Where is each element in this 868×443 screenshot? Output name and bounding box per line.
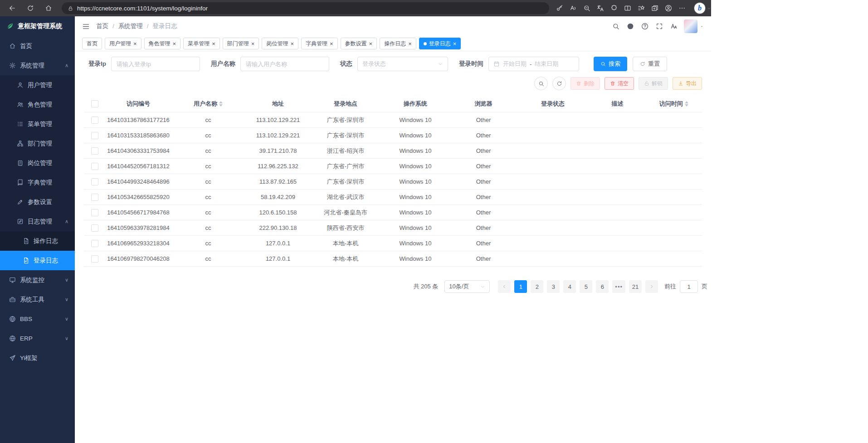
sidebar-item[interactable]: 用户管理: [0, 75, 75, 95]
column-header[interactable]: 访问编号: [106, 96, 171, 112]
sort-carets-icon[interactable]: [685, 101, 688, 107]
row-checkbox[interactable]: [91, 117, 98, 124]
address-bar[interactable]: https://ccnetcore.com:1101/system/log/lo…: [62, 2, 549, 14]
column-header[interactable]: 描述: [589, 96, 646, 112]
user-avatar[interactable]: [684, 19, 697, 33]
table-row[interactable]: 1641044520567181312 cc 112.96.225.132 广东…: [84, 159, 702, 174]
page-button[interactable]: •••: [612, 280, 625, 293]
login-ip-input[interactable]: [111, 57, 200, 71]
toolbar-button[interactable]: 解锁: [639, 77, 668, 90]
browser-action-icon[interactable]: [566, 2, 580, 15]
bing-copilot-button[interactable]: b: [694, 3, 705, 14]
sidebar-item[interactable]: 菜单管理: [0, 114, 75, 134]
status-select[interactable]: 登录状态: [357, 57, 448, 71]
navbar-action-icon[interactable]: [609, 19, 622, 33]
column-header[interactable]: 浏览器: [450, 96, 517, 112]
next-page-button[interactable]: [645, 280, 658, 293]
close-icon[interactable]: [453, 41, 457, 47]
page-button[interactable]: 3: [547, 280, 560, 293]
tab[interactable]: 首页: [82, 38, 102, 49]
close-icon[interactable]: [173, 41, 176, 47]
tab[interactable]: 操作日志: [380, 38, 416, 49]
browser-nav-icon[interactable]: [24, 2, 37, 15]
column-header[interactable]: 地址: [245, 96, 311, 112]
prev-page-button[interactable]: [498, 280, 511, 293]
tab[interactable]: 字典管理: [301, 38, 338, 49]
table-row[interactable]: 1641053426655825920 cc 58.19.42.209 湖北省-…: [84, 190, 702, 205]
close-icon[interactable]: [330, 41, 333, 47]
browser-action-icon[interactable]: [648, 2, 662, 15]
sidebar-item[interactable]: 操作日志: [0, 231, 75, 251]
tab[interactable]: 岗位管理: [262, 38, 298, 49]
close-icon[interactable]: [133, 41, 137, 47]
sidebar-item[interactable]: 首页: [0, 36, 75, 56]
tab[interactable]: 登录日志: [419, 38, 461, 49]
reset-button[interactable]: 重置: [633, 57, 667, 71]
page-button[interactable]: 2: [531, 280, 543, 293]
sidebar-item[interactable]: BBS: [0, 309, 75, 329]
chevron-down-icon[interactable]: [707, 6, 711, 10]
table-row[interactable]: 1641043063331753984 cc 39.171.210.78 浙江省…: [84, 143, 702, 159]
breadcrumb-item[interactable]: 系统管理: [118, 22, 153, 30]
browser-action-icon[interactable]: [607, 2, 621, 15]
tab[interactable]: 部门管理: [223, 38, 259, 49]
browser-action-icon[interactable]: [634, 2, 648, 15]
sidebar-item[interactable]: 系统管理: [0, 56, 75, 75]
sidebar-item[interactable]: 岗位管理: [0, 153, 75, 173]
table-row[interactable]: 1641069798270046208 cc 127.0.0.1 本地-本机 W…: [84, 251, 702, 267]
browser-action-icon[interactable]: [675, 2, 689, 15]
close-icon[interactable]: [369, 41, 373, 47]
sidebar-item[interactable]: 日志管理: [0, 212, 75, 231]
tab[interactable]: 菜单管理: [183, 38, 220, 49]
column-header[interactable]: 用户名称: [171, 96, 245, 112]
page-button[interactable]: 1: [514, 280, 527, 293]
sidebar-item[interactable]: Yi框架: [0, 348, 75, 368]
navbar-action-icon[interactable]: [667, 19, 680, 33]
browser-nav-icon[interactable]: [5, 2, 19, 15]
column-header[interactable]: 登录地点: [311, 96, 380, 112]
row-checkbox[interactable]: [91, 132, 98, 139]
browser-action-icon[interactable]: [594, 2, 607, 15]
sidebar-item[interactable]: 参数设置: [0, 192, 75, 212]
select-all-checkbox[interactable]: [91, 100, 98, 107]
toolbar-button[interactable]: 删除: [571, 77, 600, 90]
breadcrumb-item[interactable]: 首页: [96, 22, 118, 30]
sidebar-item[interactable]: 系统工具: [0, 290, 75, 309]
page-button[interactable]: 6: [596, 280, 609, 293]
row-checkbox[interactable]: [91, 224, 98, 232]
tab[interactable]: 角色管理: [144, 38, 181, 49]
row-checkbox[interactable]: [91, 194, 98, 201]
row-checkbox[interactable]: [91, 178, 98, 185]
column-header[interactable]: 登录状态: [517, 96, 589, 112]
table-row[interactable]: 1641044993248464896 cc 113.87.92.165 广东省…: [84, 174, 702, 190]
page-button[interactable]: 21: [629, 280, 642, 293]
table-row[interactable]: 1641069652933218304 cc 127.0.0.1 本地-本机 W…: [84, 236, 702, 251]
column-header[interactable]: 访问时间: [646, 96, 702, 112]
close-icon[interactable]: [251, 41, 255, 47]
browser-nav-icon[interactable]: [42, 2, 55, 15]
sidebar-item[interactable]: 部门管理: [0, 134, 75, 153]
browser-action-icon[interactable]: [621, 2, 634, 15]
table-row[interactable]: 1641031533185863680 cc 113.102.129.221 广…: [84, 128, 702, 143]
navbar-action-icon[interactable]: [653, 19, 666, 33]
browser-action-icon[interactable]: [553, 2, 566, 15]
sidebar-item[interactable]: 角色管理: [0, 95, 75, 114]
sidebar-item[interactable]: 系统监控: [0, 270, 75, 290]
table-refresh-icon[interactable]: [552, 77, 566, 90]
user-name-input[interactable]: [240, 57, 329, 71]
navbar-action-icon[interactable]: [624, 19, 637, 33]
page-button[interactable]: 5: [580, 280, 592, 293]
goto-page-input[interactable]: [680, 280, 698, 293]
row-checkbox[interactable]: [91, 147, 98, 155]
table-row[interactable]: 1641031367863177216 cc 113.102.129.221 广…: [84, 112, 702, 128]
toolbar-button[interactable]: 导出: [673, 77, 702, 90]
browser-action-icon[interactable]: [580, 2, 594, 15]
sort-carets-icon[interactable]: [219, 101, 223, 107]
row-checkbox[interactable]: [91, 209, 98, 216]
page-size-select[interactable]: 10条/页: [444, 280, 490, 293]
sidebar-item[interactable]: 字典管理: [0, 173, 75, 192]
table-search-icon[interactable]: [534, 77, 548, 90]
collapse-sidebar-icon[interactable]: [82, 23, 90, 30]
lock-icon[interactable]: [68, 5, 73, 11]
row-checkbox[interactable]: [91, 240, 98, 247]
